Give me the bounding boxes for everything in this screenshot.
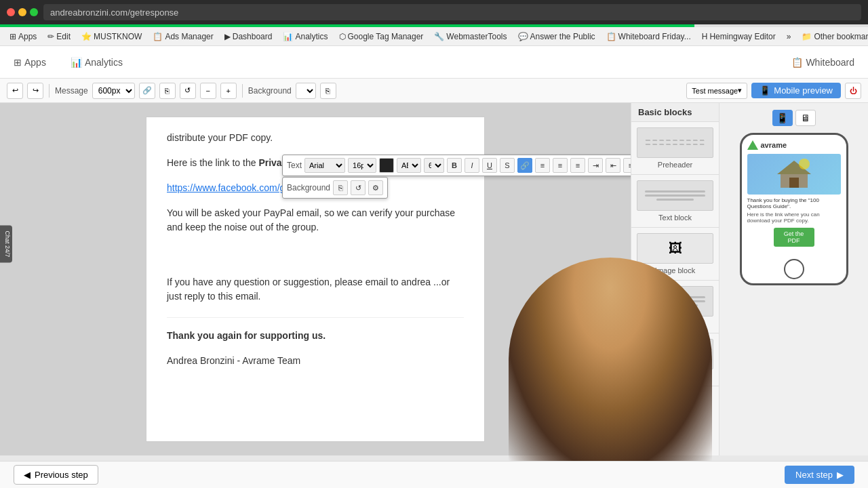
redo-button[interactable]: ↪ [27,83,43,99]
italic-button[interactable]: I [465,158,479,173]
align-center-button[interactable]: ≡ [553,158,568,173]
plus-btn[interactable]: + [220,83,237,99]
minus-btn[interactable]: − [200,83,216,99]
email-para2: You will be asked your PayPal email, so … [167,206,464,235]
bottom-bar: ◀ Previous step Next step ▶ [0,461,868,488]
hemingway-icon: H [702,32,708,41]
preheader-block[interactable]: Preheader [631,122,719,175]
bookmark-ads[interactable]: 📋 Ads Manager [149,30,217,43]
ads-icon: 📋 [153,32,163,41]
image-block-preview: 🖼 [637,233,713,264]
desktop-view-toggle[interactable]: 🖥 [795,110,816,126]
bookmark-more[interactable]: » [783,30,795,43]
email-canvas[interactable]: distribute your PDF copy. Here is the li… [146,117,485,442]
indent-button[interactable]: ⇥ [588,158,603,173]
toolbar-separator-1 [49,84,50,98]
svg-point-3 [799,159,810,169]
preheader-preview [637,127,713,158]
nav-apps[interactable]: ⊞ Apps [8,54,52,70]
bookmark-analytics[interactable]: 📊 Analytics [279,30,332,43]
email-footer-section: Thank you again for supporting us. Andre… [167,317,464,368]
link-format-button[interactable]: 🔗 [517,158,532,173]
prev-arrow-icon: ◀ [24,470,31,480]
underline-button[interactable]: U [482,158,497,173]
mixed-block-preview [637,339,713,369]
text-block-preview-2 [637,286,713,317]
text-color-button[interactable] [379,158,394,173]
mixed-block-item[interactable]: Block [631,333,719,386]
text-format-toolbar: Text Arial 16px ABC 6 B I U S 🔗 [282,155,631,176]
align-left-button[interactable]: ≡ [535,158,550,173]
bookmark-answer[interactable]: 💬 Answer the Public [514,30,599,43]
nav-analytics[interactable]: 📊 Analytics [65,54,128,70]
block-line-2 [645,195,705,197]
next-step-button[interactable]: Next step ▶ [785,466,854,484]
undo-button[interactable]: ↩ [7,83,23,99]
power-button[interactable]: ⏻ [845,83,861,99]
dashed-line-2 [645,144,705,146]
undo2-btn[interactable]: ↺ [180,83,196,99]
font-family-select[interactable]: Arial [304,158,345,173]
outdent-button[interactable]: ⇤ [606,158,620,173]
address-bar[interactable]: andreabronzini.com/getresponse [43,4,861,20]
next-arrow-icon: ▶ [837,470,844,480]
answer-icon: 💬 [518,32,528,41]
editor-area[interactable]: distribute your PDF copy. Here is the li… [0,103,631,455]
bookmark-hemingway[interactable]: H Hemingway Editor [698,30,780,43]
strikethrough-button[interactable]: S [500,158,515,173]
text-block-item[interactable]: Text block [631,175,719,228]
block-line-3 [656,199,694,201]
chat-widget[interactable]: Chat 24/7 [0,225,12,262]
bookmark-dashboard[interactable]: ▶ Dashboard [220,30,277,43]
mobile-view-toggle[interactable]: 📱 [772,110,793,126]
nav-whiteboard[interactable]: 📋 Whiteboard [786,54,860,70]
logo-text: avrame [761,141,787,149]
bg-copy-btn[interactable]: ⎘ [320,83,336,99]
copy-btn[interactable]: ⎘ [159,83,176,99]
text-style-select[interactable]: ABC [397,158,421,173]
phone-home-button[interactable] [784,259,804,279]
maximize-window-btn[interactable] [30,8,38,16]
folder-icon: 📁 [802,32,812,41]
list-button[interactable]: ≡ [623,158,631,173]
block-line-1 [645,190,705,192]
message-width-select[interactable]: 600px [92,83,135,99]
bg-copy-btn[interactable]: ⎘ [333,180,348,195]
svg-rect-2 [789,178,799,188]
bookmark-apps[interactable]: ⊞ Apps [5,30,41,43]
mobile-preview-button[interactable]: 📱 Mobile preview [751,83,841,98]
dashed-line-1 [645,140,705,142]
text-block-label: Text block [637,214,713,222]
test-message-btn[interactable]: Test message ▾ [686,83,747,99]
block-line-5 [645,300,705,302]
line-height-select[interactable]: 6 [424,158,444,173]
align-right-button[interactable]: ≡ [570,158,585,173]
previous-step-button[interactable]: ◀ Previous step [14,465,98,485]
main-layout: distribute your PDF copy. Here is the li… [0,103,868,455]
app-toolbar: ⊞ Apps 📊 Analytics 📋 Whiteboard [0,46,868,79]
text-format-toolbar-row2: Background ⎘ ↺ ⚙ [282,177,388,199]
background-select[interactable] [296,83,316,99]
text-type-label: Text [287,159,302,171]
link-icon-btn[interactable]: 🔗 [139,83,155,99]
minimize-window-btn[interactable] [18,8,26,16]
text-block-item-2[interactable]: Text block [631,281,719,333]
mixed-line-1 [671,351,702,353]
phone-cta-button[interactable]: Get the PDF [774,228,814,247]
bookmark-gtm[interactable]: ⬡ Google Tag Manager [335,30,428,43]
bookmark-edit[interactable]: ✏ Edit [43,30,75,43]
mixed-block-label: Block [637,372,713,380]
bookmark-mustknow[interactable]: ⭐ MUSTKNOW [77,30,146,43]
font-size-select[interactable]: 16px [348,158,376,173]
bookmark-other[interactable]: 📁 Other bookmarks [797,30,868,43]
email-line1: distribute your PDF copy. [167,131,464,145]
image-block-item[interactable]: 🖼 Image block [631,228,719,281]
close-window-btn[interactable] [7,8,15,16]
block-line-4 [645,296,705,298]
bg-undo-btn[interactable]: ↺ [351,180,366,195]
background-label: Background [248,86,292,96]
bg-options-btn[interactable]: ⚙ [368,180,383,195]
bookmark-webmaster[interactable]: 🔧 WebmasterTools [430,30,511,43]
bookmark-whiteboard[interactable]: 📋 Whiteboard Friday... [602,30,695,43]
bold-button[interactable]: B [447,158,462,173]
